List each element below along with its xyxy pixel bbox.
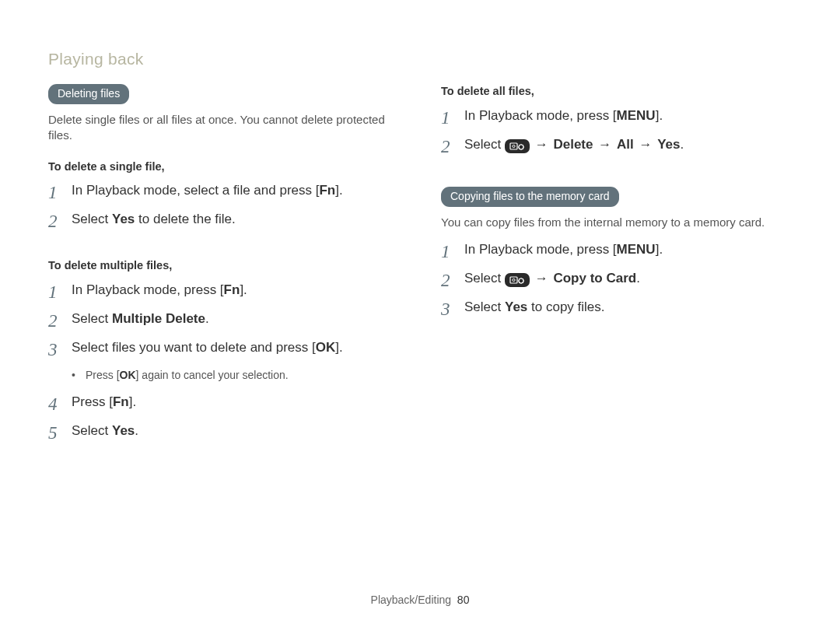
text: Press [	[86, 369, 120, 381]
step-number: 5	[48, 422, 72, 442]
page-footer: Playback/Editing 80	[0, 593, 840, 608]
step-number: 4	[48, 394, 72, 413]
deleting-description: Delete single files or all files at once…	[48, 112, 401, 144]
sub-bullet: Press [OK] again to cancel your selectio…	[72, 368, 401, 383]
key-ok: OK	[120, 369, 136, 381]
step-row: 1 In Playback mode, press [Fn].	[48, 282, 401, 301]
text: ].	[656, 108, 663, 123]
arrow-icon: →	[534, 137, 550, 152]
step-row: 2 Select → Copy to Card.	[441, 270, 793, 289]
step-number: 3	[441, 299, 464, 318]
text: .	[636, 271, 640, 285]
subsection-pill-copying: Copying files to the memory card	[441, 187, 619, 207]
text: to copy files.	[527, 299, 604, 314]
right-column: To delete all files, 1 In Playback mode,…	[441, 84, 793, 450]
text: Select	[464, 299, 505, 314]
bold-yes: Yes	[657, 137, 680, 152]
step-row: 2 Select Multiple Delete.	[48, 310, 401, 330]
arrow-icon: →	[597, 137, 613, 152]
step-row: 1 In Playback mode, press [MENU].	[441, 107, 793, 127]
bold-all: All	[617, 137, 634, 152]
step-text: In Playback mode, press [MENU].	[464, 241, 793, 259]
text: .	[205, 311, 209, 326]
step-number: 1	[441, 241, 464, 261]
step-text: Select Yes to delete the file.	[72, 211, 401, 229]
step-number: 3	[48, 339, 72, 359]
step-text: Select Yes to copy files.	[464, 299, 793, 317]
step-number: 2	[441, 136, 464, 156]
step-row: 5 Select Yes.	[48, 422, 401, 442]
svg-point-4	[513, 278, 515, 281]
text: In Playback mode, select a file and pres…	[72, 183, 319, 198]
step-text: Select Yes.	[72, 422, 401, 440]
text: Select	[72, 311, 112, 326]
step-number: 2	[441, 270, 464, 289]
text: .	[680, 137, 684, 152]
text: In Playback mode, press [	[464, 242, 617, 257]
bold-yes: Yes	[112, 423, 135, 438]
svg-point-1	[513, 145, 515, 147]
text: ].	[335, 183, 342, 198]
step-text: In Playback mode, select a file and pres…	[72, 182, 401, 200]
step-number: 2	[48, 310, 72, 330]
step-number: 1	[48, 282, 72, 301]
text: In Playback mode, press [	[464, 108, 617, 123]
arrow-icon: →	[534, 271, 550, 285]
text: Select files you want to delete and pres…	[72, 340, 316, 355]
step-row: 1 In Playback mode, select a file and pr…	[48, 182, 401, 201]
bold-copy-to-card: Copy to Card	[553, 271, 636, 285]
step-number: 1	[441, 107, 464, 127]
bold-multiple-delete: Multiple Delete	[112, 311, 205, 326]
subhead-delete-all: To delete all files,	[441, 84, 793, 100]
bold-delete: Delete	[553, 137, 593, 152]
svg-rect-3	[510, 277, 517, 283]
subhead-delete-single: To delete a single file,	[48, 159, 401, 175]
text: ].	[129, 394, 136, 409]
step-text: In Playback mode, press [MENU].	[464, 107, 793, 125]
settings-icon	[505, 273, 530, 287]
step-text: Select → Copy to Card.	[464, 270, 793, 288]
text: .	[135, 423, 138, 438]
text: In Playback mode, press [	[72, 282, 224, 297]
step-row: 1 In Playback mode, press [MENU].	[441, 241, 793, 261]
subhead-delete-multiple: To delete multiple files,	[48, 258, 401, 274]
step-text: Select files you want to delete and pres…	[72, 339, 401, 357]
step-text: In Playback mode, press [Fn].	[72, 282, 401, 299]
key-ok: OK	[316, 340, 336, 355]
step-row: 3 Select Yes to copy files.	[441, 299, 793, 318]
step-row: 2 Select → Delete → All → Yes.	[441, 136, 793, 156]
page-section-title: Playing back	[48, 48, 793, 70]
two-column-layout: Deleting files Delete single files or al…	[48, 84, 793, 450]
bold-yes: Yes	[112, 212, 135, 226]
text: Select	[72, 212, 112, 226]
text: Select	[72, 423, 112, 438]
text: Select	[464, 137, 505, 152]
text: ].	[335, 340, 342, 355]
subsection-pill-deleting: Deleting files	[48, 84, 129, 104]
left-column: Deleting files Delete single files or al…	[48, 84, 401, 450]
svg-rect-0	[510, 143, 517, 149]
key-fn: Fn	[319, 183, 335, 198]
step-row: 2 Select Yes to delete the file.	[48, 211, 401, 230]
footer-section: Playback/Editing	[371, 594, 452, 606]
bold-yes: Yes	[505, 299, 527, 314]
step-row: 4 Press [Fn].	[48, 394, 401, 413]
step-number: 2	[48, 211, 72, 230]
text: ] again to cancel your selection.	[136, 369, 289, 381]
key-menu: MENU	[617, 242, 656, 257]
manual-page: Playing back Deleting files Delete singl…	[0, 0, 840, 634]
text: ].	[240, 282, 247, 297]
page-number: 80	[457, 594, 470, 606]
step-row: 3 Select files you want to delete and pr…	[48, 339, 401, 359]
bullet-text: Press [OK] again to cancel your selectio…	[86, 368, 289, 383]
text: Press [	[72, 394, 113, 409]
arrow-icon: →	[637, 137, 653, 152]
step-number: 1	[48, 182, 72, 201]
key-fn: Fn	[224, 282, 240, 297]
text: to delete the file.	[135, 212, 235, 226]
key-menu: MENU	[617, 108, 656, 123]
step-text: Select Multiple Delete.	[72, 310, 401, 328]
step-text: Press [Fn].	[72, 394, 401, 412]
text: ].	[656, 242, 663, 257]
text: Select	[464, 271, 505, 285]
